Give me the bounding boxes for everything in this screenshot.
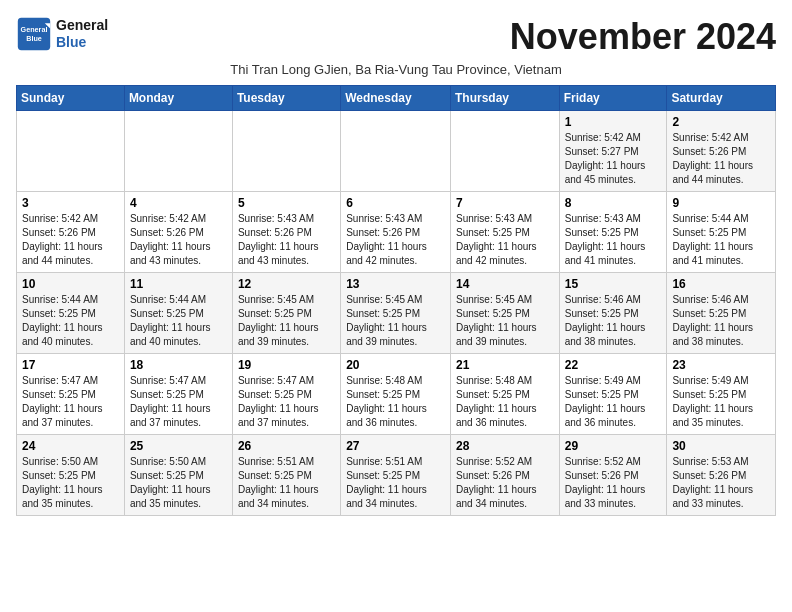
day-info: Sunrise: 5:43 AM Sunset: 5:26 PM Dayligh… — [346, 212, 445, 268]
day-info: Sunrise: 5:51 AM Sunset: 5:25 PM Dayligh… — [346, 455, 445, 511]
svg-text:General: General — [21, 25, 48, 34]
day-info: Sunrise: 5:50 AM Sunset: 5:25 PM Dayligh… — [22, 455, 119, 511]
day-info: Sunrise: 5:47 AM Sunset: 5:25 PM Dayligh… — [22, 374, 119, 430]
day-info: Sunrise: 5:43 AM Sunset: 5:25 PM Dayligh… — [456, 212, 554, 268]
day-number: 22 — [565, 358, 662, 372]
day-number: 29 — [565, 439, 662, 453]
day-info: Sunrise: 5:50 AM Sunset: 5:25 PM Dayligh… — [130, 455, 227, 511]
day-number: 16 — [672, 277, 770, 291]
day-number: 28 — [456, 439, 554, 453]
calendar-table: SundayMondayTuesdayWednesdayThursdayFrid… — [16, 85, 776, 516]
day-info: Sunrise: 5:45 AM Sunset: 5:25 PM Dayligh… — [346, 293, 445, 349]
day-info: Sunrise: 5:43 AM Sunset: 5:25 PM Dayligh… — [565, 212, 662, 268]
calendar-cell: 17Sunrise: 5:47 AM Sunset: 5:25 PM Dayli… — [17, 354, 125, 435]
day-info: Sunrise: 5:42 AM Sunset: 5:26 PM Dayligh… — [22, 212, 119, 268]
day-info: Sunrise: 5:52 AM Sunset: 5:26 PM Dayligh… — [456, 455, 554, 511]
calendar-cell — [124, 111, 232, 192]
calendar-cell: 6Sunrise: 5:43 AM Sunset: 5:26 PM Daylig… — [341, 192, 451, 273]
calendar-cell: 24Sunrise: 5:50 AM Sunset: 5:25 PM Dayli… — [17, 435, 125, 516]
day-info: Sunrise: 5:45 AM Sunset: 5:25 PM Dayligh… — [238, 293, 335, 349]
calendar-cell: 7Sunrise: 5:43 AM Sunset: 5:25 PM Daylig… — [450, 192, 559, 273]
day-number: 12 — [238, 277, 335, 291]
day-number: 13 — [346, 277, 445, 291]
day-info: Sunrise: 5:48 AM Sunset: 5:25 PM Dayligh… — [346, 374, 445, 430]
calendar-cell: 28Sunrise: 5:52 AM Sunset: 5:26 PM Dayli… — [450, 435, 559, 516]
calendar-cell: 5Sunrise: 5:43 AM Sunset: 5:26 PM Daylig… — [232, 192, 340, 273]
day-number: 8 — [565, 196, 662, 210]
logo-line2: Blue — [56, 34, 108, 51]
calendar-cell — [17, 111, 125, 192]
weekday-header-sunday: Sunday — [17, 86, 125, 111]
day-number: 25 — [130, 439, 227, 453]
calendar-cell: 20Sunrise: 5:48 AM Sunset: 5:25 PM Dayli… — [341, 354, 451, 435]
day-info: Sunrise: 5:47 AM Sunset: 5:25 PM Dayligh… — [238, 374, 335, 430]
day-number: 24 — [22, 439, 119, 453]
day-number: 14 — [456, 277, 554, 291]
calendar-cell: 23Sunrise: 5:49 AM Sunset: 5:25 PM Dayli… — [667, 354, 776, 435]
day-number: 4 — [130, 196, 227, 210]
day-info: Sunrise: 5:46 AM Sunset: 5:25 PM Dayligh… — [672, 293, 770, 349]
calendar-cell: 11Sunrise: 5:44 AM Sunset: 5:25 PM Dayli… — [124, 273, 232, 354]
calendar-cell: 8Sunrise: 5:43 AM Sunset: 5:25 PM Daylig… — [559, 192, 667, 273]
calendar-cell: 12Sunrise: 5:45 AM Sunset: 5:25 PM Dayli… — [232, 273, 340, 354]
logo-line1: General — [56, 17, 108, 34]
calendar-cell: 15Sunrise: 5:46 AM Sunset: 5:25 PM Dayli… — [559, 273, 667, 354]
day-number: 7 — [456, 196, 554, 210]
weekday-header-monday: Monday — [124, 86, 232, 111]
calendar-cell: 27Sunrise: 5:51 AM Sunset: 5:25 PM Dayli… — [341, 435, 451, 516]
day-info: Sunrise: 5:49 AM Sunset: 5:25 PM Dayligh… — [565, 374, 662, 430]
calendar-cell: 4Sunrise: 5:42 AM Sunset: 5:26 PM Daylig… — [124, 192, 232, 273]
day-info: Sunrise: 5:47 AM Sunset: 5:25 PM Dayligh… — [130, 374, 227, 430]
day-number: 2 — [672, 115, 770, 129]
weekday-header-friday: Friday — [559, 86, 667, 111]
day-number: 5 — [238, 196, 335, 210]
svg-text:Blue: Blue — [26, 34, 42, 43]
day-number: 30 — [672, 439, 770, 453]
calendar-cell: 10Sunrise: 5:44 AM Sunset: 5:25 PM Dayli… — [17, 273, 125, 354]
day-number: 21 — [456, 358, 554, 372]
day-number: 15 — [565, 277, 662, 291]
weekday-header-wednesday: Wednesday — [341, 86, 451, 111]
day-info: Sunrise: 5:52 AM Sunset: 5:26 PM Dayligh… — [565, 455, 662, 511]
day-info: Sunrise: 5:53 AM Sunset: 5:26 PM Dayligh… — [672, 455, 770, 511]
calendar-cell: 22Sunrise: 5:49 AM Sunset: 5:25 PM Dayli… — [559, 354, 667, 435]
calendar-cell: 16Sunrise: 5:46 AM Sunset: 5:25 PM Dayli… — [667, 273, 776, 354]
day-info: Sunrise: 5:45 AM Sunset: 5:25 PM Dayligh… — [456, 293, 554, 349]
day-number: 27 — [346, 439, 445, 453]
calendar-cell: 19Sunrise: 5:47 AM Sunset: 5:25 PM Dayli… — [232, 354, 340, 435]
day-number: 17 — [22, 358, 119, 372]
day-info: Sunrise: 5:49 AM Sunset: 5:25 PM Dayligh… — [672, 374, 770, 430]
day-info: Sunrise: 5:44 AM Sunset: 5:25 PM Dayligh… — [22, 293, 119, 349]
calendar-cell: 29Sunrise: 5:52 AM Sunset: 5:26 PM Dayli… — [559, 435, 667, 516]
day-info: Sunrise: 5:43 AM Sunset: 5:26 PM Dayligh… — [238, 212, 335, 268]
day-number: 26 — [238, 439, 335, 453]
weekday-header-tuesday: Tuesday — [232, 86, 340, 111]
day-info: Sunrise: 5:46 AM Sunset: 5:25 PM Dayligh… — [565, 293, 662, 349]
calendar-cell: 30Sunrise: 5:53 AM Sunset: 5:26 PM Dayli… — [667, 435, 776, 516]
weekday-header-saturday: Saturday — [667, 86, 776, 111]
calendar-cell: 3Sunrise: 5:42 AM Sunset: 5:26 PM Daylig… — [17, 192, 125, 273]
day-info: Sunrise: 5:42 AM Sunset: 5:26 PM Dayligh… — [672, 131, 770, 187]
calendar-cell — [341, 111, 451, 192]
weekday-header-thursday: Thursday — [450, 86, 559, 111]
calendar-cell: 9Sunrise: 5:44 AM Sunset: 5:25 PM Daylig… — [667, 192, 776, 273]
calendar-cell: 18Sunrise: 5:47 AM Sunset: 5:25 PM Dayli… — [124, 354, 232, 435]
day-number: 3 — [22, 196, 119, 210]
day-info: Sunrise: 5:51 AM Sunset: 5:25 PM Dayligh… — [238, 455, 335, 511]
day-info: Sunrise: 5:48 AM Sunset: 5:25 PM Dayligh… — [456, 374, 554, 430]
day-info: Sunrise: 5:44 AM Sunset: 5:25 PM Dayligh… — [130, 293, 227, 349]
day-info: Sunrise: 5:44 AM Sunset: 5:25 PM Dayligh… — [672, 212, 770, 268]
day-number: 1 — [565, 115, 662, 129]
calendar-cell: 13Sunrise: 5:45 AM Sunset: 5:25 PM Dayli… — [341, 273, 451, 354]
day-info: Sunrise: 5:42 AM Sunset: 5:26 PM Dayligh… — [130, 212, 227, 268]
calendar-cell: 1Sunrise: 5:42 AM Sunset: 5:27 PM Daylig… — [559, 111, 667, 192]
day-number: 19 — [238, 358, 335, 372]
logo: General Blue General Blue — [16, 16, 108, 52]
day-number: 23 — [672, 358, 770, 372]
day-info: Sunrise: 5:42 AM Sunset: 5:27 PM Dayligh… — [565, 131, 662, 187]
calendar-cell — [232, 111, 340, 192]
calendar-cell: 14Sunrise: 5:45 AM Sunset: 5:25 PM Dayli… — [450, 273, 559, 354]
day-number: 11 — [130, 277, 227, 291]
day-number: 18 — [130, 358, 227, 372]
calendar-cell: 26Sunrise: 5:51 AM Sunset: 5:25 PM Dayli… — [232, 435, 340, 516]
